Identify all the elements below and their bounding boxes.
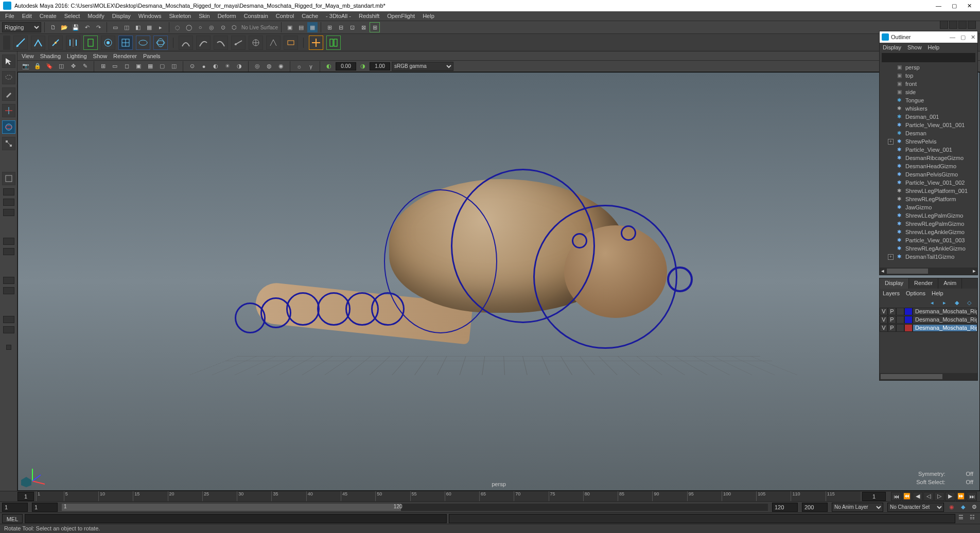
display-layer-row[interactable]: VPDesmana_Moschata_Rigged_ — [880, 307, 977, 315]
layer-color-swatch[interactable] — [904, 324, 913, 332]
outliner-menu-display[interactable]: Display — [883, 44, 901, 50]
display-layer-row[interactable]: VPDesmana_Moschata_Rigged_ — [880, 315, 977, 324]
panel-layout-1-icon[interactable]: ⊞ — [324, 22, 335, 32]
live-surface-toggle[interactable]: ⬡ — [229, 22, 239, 32]
attr-editor-toggle-icon[interactable] — [940, 21, 948, 29]
snap-grid-icon[interactable]: ◌ — [172, 22, 183, 32]
outliner-item[interactable]: ✱whiskers — [880, 104, 977, 113]
panel-layout-3-icon[interactable]: ⊡ — [347, 22, 357, 32]
display-layer-row[interactable]: VPDesmana_Moschata_Rigged — [880, 324, 977, 332]
layers-menu-help[interactable]: Help — [932, 290, 943, 296]
vp-menu-panels[interactable]: Panels — [143, 53, 161, 59]
constraint-aim-icon[interactable] — [249, 35, 263, 50]
outliner-item[interactable]: ▣front — [880, 80, 977, 88]
paint-tool-icon[interactable] — [2, 87, 15, 101]
workspace-dropdown[interactable]: Rigging — [2, 22, 41, 32]
menu-skin[interactable]: Skin — [196, 12, 213, 20]
vp-lights-icon[interactable]: ☀ — [222, 61, 233, 72]
range-end-field[interactable] — [802, 503, 828, 512]
layer-vis-toggle[interactable]: V — [880, 308, 888, 315]
step-fwd-key-icon[interactable]: ⏩ — [956, 492, 966, 501]
vp-color-space-dropdown[interactable]: sRGB gamma — [392, 62, 453, 71]
outliner-scrollbar[interactable]: ◂▸ — [880, 268, 977, 275]
step-back-key-icon[interactable]: ⏪ — [902, 492, 912, 501]
chbox-tab-anim[interactable]: Anim — [938, 278, 962, 289]
lasso-tool-icon[interactable] — [2, 71, 15, 84]
outliner-item[interactable]: ✱Particle_View_001_002 — [880, 179, 977, 187]
redo-icon[interactable]: ↷ — [93, 22, 103, 32]
outliner-menu-help[interactable]: Help — [928, 44, 940, 50]
layer-display-type[interactable] — [896, 324, 904, 332]
vp-xray-icon[interactable]: ◍ — [264, 61, 274, 72]
rotate-tool-icon[interactable] — [2, 120, 15, 134]
outliner-item[interactable]: ✱ShrewLLegPlatform_001 — [880, 187, 977, 195]
vp-menu-shading[interactable]: Shading — [40, 53, 61, 59]
layers-menu-options[interactable]: Options — [906, 290, 925, 296]
outliner-toggle-icon[interactable] — [3, 277, 14, 284]
render-settings-icon[interactable]: ▦ — [307, 22, 318, 32]
outliner-item[interactable]: ✱Particle_View_001_003 — [880, 236, 977, 244]
set-driven-key-icon[interactable] — [284, 35, 298, 50]
script-lang-label[interactable]: MEL — [2, 514, 23, 523]
play-fwd-icon[interactable]: ▷ — [934, 492, 944, 501]
select-tool-icon[interactable] — [2, 55, 15, 68]
outliner-item[interactable]: ✱Tongue — [880, 96, 977, 104]
outliner-menu-show[interactable]: Show — [907, 44, 922, 50]
layout-three-2-icon[interactable] — [3, 248, 14, 255]
vp-exposure-value[interactable] — [336, 62, 356, 70]
layer-new-selected-icon[interactable]: ◇ — [964, 297, 974, 308]
go-to-end-icon[interactable]: ⏭ — [967, 492, 977, 501]
vp-field-chart-icon[interactable]: ▦ — [145, 61, 155, 72]
vp-menu-renderer[interactable]: Renderer — [113, 53, 137, 59]
menu-constrain[interactable]: Constrain — [241, 12, 271, 20]
open-scene-icon[interactable]: 📂 — [59, 22, 69, 32]
close-button[interactable]: ✕ — [967, 3, 972, 9]
outliner-item[interactable]: ✱Particle_View_001_001 — [880, 121, 977, 129]
menu-deform[interactable]: Deform — [215, 12, 239, 20]
play-back-icon[interactable]: ◁ — [923, 492, 934, 501]
rig-tail-3-control[interactable] — [286, 292, 320, 326]
vp-exposure-toggle-icon[interactable]: ☼ — [294, 61, 304, 72]
snap-plane-icon[interactable]: ◎ — [206, 22, 217, 32]
lattice-icon[interactable] — [118, 35, 133, 50]
vp-exposure-icon[interactable]: ◐ — [324, 61, 334, 72]
vp-menu-show[interactable]: Show — [93, 53, 108, 59]
menu-skeleton[interactable]: Skeleton — [166, 12, 194, 20]
new-scene-icon[interactable]: 🗋 — [48, 22, 58, 32]
vp-smooth-shade-icon[interactable]: ● — [199, 61, 209, 72]
outliner-item[interactable]: +✱ShrewPelvis — [880, 137, 977, 146]
joint-tool-icon[interactable] — [13, 35, 28, 50]
layout-two-h-icon[interactable] — [3, 199, 14, 206]
constraint-orient-icon[interactable] — [214, 35, 228, 50]
vp-grid-icon[interactable]: ⊞ — [98, 61, 108, 72]
ipr-render-icon[interactable]: ▤ — [296, 22, 306, 32]
outliner-item[interactable]: ✱DesmanPelvisGizmo — [880, 170, 977, 179]
menu-control[interactable]: Control — [273, 12, 297, 20]
outliner-item[interactable]: ✱JawGizmo — [880, 203, 977, 211]
hik-create-icon[interactable] — [309, 35, 323, 50]
layers-scrollbar[interactable] — [880, 373, 977, 380]
snap-point-icon[interactable]: ○ — [195, 22, 205, 32]
constraint-pole-icon[interactable] — [266, 35, 281, 50]
vp-gate-mask-icon[interactable]: ▣ — [133, 61, 144, 72]
range-slider[interactable]: 1 120 — [62, 504, 768, 511]
outliner-item[interactable]: ✱DesmanRibcageGizmo — [880, 154, 977, 162]
vp-gamma-value[interactable] — [370, 62, 390, 70]
outliner-maximize-icon[interactable]: ▢ — [960, 34, 966, 41]
menu-windows[interactable]: Windows — [135, 12, 165, 20]
outliner-item[interactable]: ✱ShrewLLegPalmGizmo — [880, 211, 977, 220]
vp-gamma-toggle-icon[interactable]: γ — [306, 61, 316, 72]
render-frame-icon[interactable]: ▣ — [285, 22, 295, 32]
undo-icon[interactable]: ↶ — [82, 22, 92, 32]
select-all-icon[interactable]: ▦ — [144, 22, 154, 32]
step-fwd-frame-icon[interactable]: ▶ — [945, 492, 955, 501]
layout-four-icon[interactable] — [3, 188, 14, 196]
panel-layout-4-icon[interactable]: ⊠ — [358, 22, 369, 32]
layer-playback-toggle[interactable]: P — [888, 308, 896, 315]
menu-edit[interactable]: Edit — [19, 12, 35, 20]
layer-display-type[interactable] — [896, 316, 904, 324]
vp-image-plane-icon[interactable]: ◫ — [56, 61, 66, 72]
outliner-titlebar[interactable]: Outliner — ▢ ✕ — [880, 31, 977, 43]
constraint-point-icon[interactable] — [196, 35, 211, 50]
range-out-field[interactable] — [772, 503, 798, 512]
